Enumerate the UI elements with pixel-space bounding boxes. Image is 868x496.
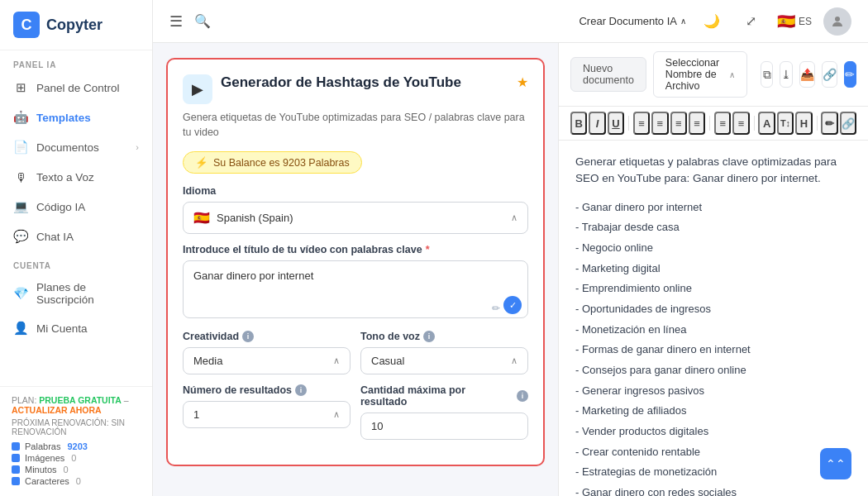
- minutos-row: Minutos 0: [12, 465, 141, 475]
- moon-icon[interactable]: 🌙: [698, 7, 726, 36]
- num-resultados-col: Número de resultados i 1 ∧: [183, 384, 351, 440]
- crear-documento-button[interactable]: Crear Documento IA ∧: [579, 15, 686, 27]
- scroll-to-top-button[interactable]: ⌃⌃: [820, 448, 851, 479]
- card-header: ▶ Generador de Hashtags de YouTube ★: [183, 74, 528, 104]
- draw-button[interactable]: ✏: [821, 112, 837, 135]
- titulo-wrap: Ganar dinero por internet ✏ ✓: [183, 260, 528, 321]
- tono-col: Tono de voz i Casual ∧: [360, 331, 528, 374]
- logo-icon: C: [13, 12, 40, 38]
- download-doc-icon[interactable]: ⤓: [780, 61, 792, 88]
- sidebar-item-planes[interactable]: 💎 Planes de Suscripción: [0, 274, 152, 313]
- tono-label: Tono de voz i: [360, 331, 528, 342]
- panel-ia-label: PANEL IA: [0, 50, 152, 73]
- bold-button[interactable]: B: [570, 112, 587, 135]
- creatividad-col: Creatividad i Media ∧: [183, 331, 351, 374]
- creatividad-info-icon[interactable]: i: [242, 331, 254, 342]
- list-item: - Ganar dinero por internet: [575, 198, 851, 218]
- list-item: - Consejos para ganar dinero online: [575, 360, 851, 381]
- underline-button[interactable]: U: [608, 112, 624, 135]
- titulo-input[interactable]: Ganar dinero por internet: [183, 260, 528, 318]
- export-icon[interactable]: 📤: [799, 61, 815, 88]
- list-item: - Marketing digital: [575, 259, 851, 279]
- align-justify-button[interactable]: ≡: [689, 112, 705, 135]
- heading-button[interactable]: H: [795, 112, 812, 135]
- star-icon[interactable]: ★: [517, 74, 528, 90]
- list-item: - Negocio online: [575, 238, 851, 259]
- align-center-button[interactable]: ≡: [651, 112, 668, 135]
- sidebar-item-codigo[interactable]: 💻 Código IA: [0, 192, 152, 222]
- balance-text: Su Balance es 9203 Palabras: [213, 157, 350, 169]
- tono-chevron-icon: ∧: [511, 355, 517, 366]
- sidebar-item-panel[interactable]: ⊞ Panel de Control: [0, 73, 152, 103]
- credits-section: PLAN: PRUEBA GRATUITA – ACTUALIZAR AHORA…: [0, 386, 152, 496]
- creatividad-stepper[interactable]: Media ∧: [183, 347, 351, 374]
- editor-area[interactable]: Generar etiquetas y palabras clave optim…: [559, 141, 868, 496]
- sidebar-label-chat: Chat IA: [36, 231, 74, 243]
- sidebar-item-texto-voz[interactable]: 🎙 Texto a Voz: [0, 162, 152, 192]
- sidebar-item-micuenta[interactable]: 👤 Mi Cuenta: [0, 313, 152, 343]
- num-chevron-icon: ∧: [333, 409, 340, 420]
- tono-stepper[interactable]: Casual ∧: [360, 347, 528, 374]
- user-avatar[interactable]: [823, 7, 851, 36]
- diamond-icon: 💎: [13, 286, 28, 301]
- idioma-select[interactable]: 🇪🇸 Spanish (Spain) ∧: [183, 202, 528, 234]
- crear-label: Crear Documento IA: [579, 15, 677, 27]
- num-resultados-stepper[interactable]: 1 ∧: [183, 401, 351, 428]
- sidebar-item-templates[interactable]: 🤖 Templates: [0, 103, 152, 132]
- sidebar-item-documentos[interactable]: 📄 Documentos ›: [0, 132, 152, 162]
- list-ul-button[interactable]: ≡: [714, 112, 731, 135]
- hamburger-icon[interactable]: ☰: [169, 12, 183, 31]
- list-item: - Formas de ganar dinero en internet: [575, 340, 851, 360]
- creatividad-chevron-icon: ∧: [333, 355, 340, 366]
- search-icon[interactable]: 🔍: [194, 13, 211, 29]
- num-row: Número de resultados i 1 ∧ Cantidad máxi…: [183, 384, 528, 440]
- cantidad-info-icon[interactable]: i: [517, 390, 528, 402]
- fullscreen-icon[interactable]: ⤢: [737, 7, 765, 36]
- plan-name: PRUEBA GRATUITA: [39, 395, 122, 405]
- crear-chevron-icon: ∧: [680, 17, 686, 26]
- caracteres-row: Caracteres 0: [12, 476, 141, 486]
- required-marker: *: [426, 244, 430, 255]
- renew-text: PRÓXIMA RENOVACIÓN: SIN RENOVACIÓN: [12, 418, 141, 436]
- filename-tab[interactable]: Seleccionar Nombre de Archivo ∧: [653, 51, 747, 98]
- right-wrapper: Nuevo documento Seleccionar Nombre de Ar…: [558, 43, 868, 496]
- edit-icon[interactable]: ✏: [492, 303, 500, 314]
- grid-icon: ⊞: [13, 80, 28, 95]
- sidebar: C Copyter PANEL IA ⊞ Panel de Control 🤖 …: [0, 0, 153, 496]
- creatividad-label: Creatividad i: [183, 331, 351, 342]
- italic-button[interactable]: I: [589, 112, 605, 135]
- list-item: - Marketing de afiliados: [575, 401, 851, 422]
- font-size-button[interactable]: T↕: [777, 112, 794, 135]
- sidebar-label-micuenta: Mi Cuenta: [36, 322, 88, 335]
- sidebar-label-planes: Planes de Suscripción: [36, 281, 139, 306]
- fmt-sep-2: [709, 116, 710, 131]
- creatividad-value: Media: [193, 355, 327, 367]
- new-document-tab[interactable]: Nuevo documento: [570, 57, 646, 92]
- edit-mode-icon[interactable]: ✏: [844, 61, 856, 88]
- list-ol-button[interactable]: ≡: [732, 112, 749, 135]
- tono-value: Casual: [371, 355, 504, 367]
- cantidad-stepper[interactable]: 10: [360, 413, 528, 440]
- copy-doc-icon[interactable]: ⧉: [761, 61, 773, 88]
- num-resultados-label: Número de resultados i: [183, 384, 351, 396]
- template-card: ▶ Generador de Hashtags de YouTube ★ Gen…: [166, 58, 545, 466]
- tono-info-icon[interactable]: i: [423, 331, 435, 342]
- num-resultados-info-icon[interactable]: i: [295, 384, 307, 396]
- upgrade-link[interactable]: ACTUALIZAR AHORA: [12, 405, 102, 415]
- logo-text: Copyter: [46, 17, 103, 34]
- balance-badge: ⚡ Su Balance es 9203 Palabras: [183, 151, 362, 174]
- link-button[interactable]: 🔗: [840, 112, 856, 135]
- font-color-button[interactable]: A: [758, 112, 775, 135]
- chat-icon: 💬: [13, 229, 28, 244]
- sidebar-label-codigo: Código IA: [36, 201, 85, 213]
- list-item: - Trabajar desde casa: [575, 217, 851, 238]
- align-right-button[interactable]: ≡: [670, 112, 687, 135]
- sidebar-item-chat[interactable]: 💬 Chat IA: [0, 222, 152, 251]
- sidebar-label-documentos: Documentos: [36, 141, 99, 154]
- share-icon[interactable]: 🔗: [822, 61, 837, 88]
- align-left-button[interactable]: ≡: [633, 112, 650, 135]
- right-toolbar: Nuevo documento Seleccionar Nombre de Ar…: [559, 43, 868, 107]
- code-icon: 💻: [13, 199, 28, 214]
- card-description: Genera etiquetas de YouTube optimizadas …: [183, 111, 528, 140]
- language-selector[interactable]: 🇪🇸 ES: [777, 12, 812, 31]
